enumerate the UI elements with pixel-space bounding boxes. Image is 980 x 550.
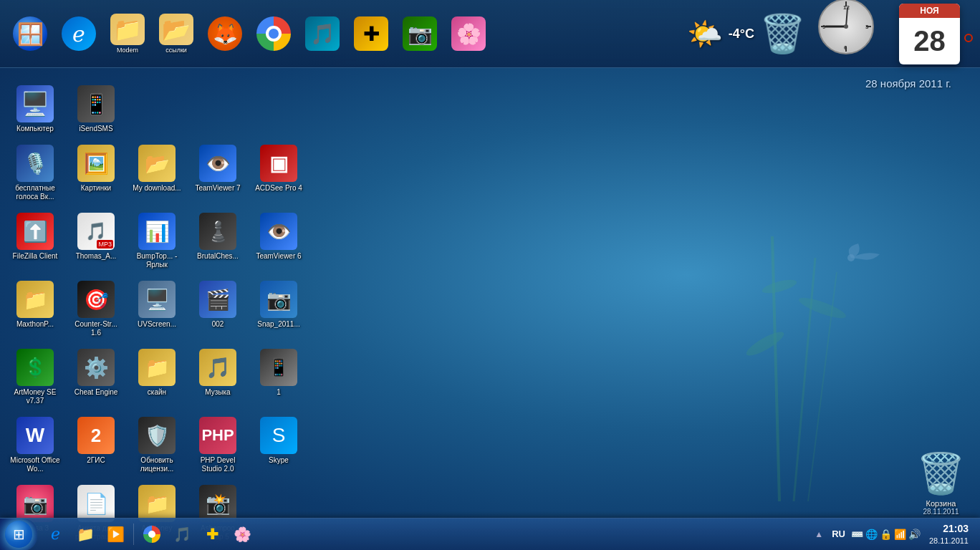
svg-line-1 [794, 258, 815, 501]
desktop-icon-music-folder[interactable]: 🎵 Музыка [190, 346, 246, 408]
weather-cloud-icon: 🌤️ [687, 17, 723, 51]
desktop-icon-brutalches[interactable]: ♟️ BrutalChes... [190, 210, 246, 272]
desktop-icon-msoffice[interactable]: W Microsoft Office Wo... [7, 414, 63, 476]
desktop-trash-label: Корзина [926, 499, 956, 508]
svg-text:6: 6 [844, 44, 847, 51]
taskbar-camera-icon[interactable]: 📷 [397, 11, 443, 57]
taskbar-chrome-icon[interactable] [251, 11, 297, 57]
tb-chrome-icon[interactable] [138, 521, 165, 548]
desktop-icon-002[interactable]: 🎬 002 [190, 278, 246, 340]
svg-point-18 [844, 24, 848, 29]
taskbar-firefox-icon[interactable]: 🦊 [202, 11, 248, 57]
trash-can-icon: 🗑️ [759, 12, 806, 56]
desktop-icon-isendsms[interactable]: 📱 iSendSMS [68, 82, 124, 136]
taskbar-language[interactable]: RU [829, 527, 848, 541]
desktop-trash[interactable]: 🗑️ Корзина 28.11.2011 [916, 450, 966, 516]
desktop-icon-teamviewer6[interactable]: 👁️ TeamViewer 6 [251, 210, 307, 272]
calendar-day: 28 [899, 18, 960, 64]
desktop-icon-php-devel[interactable]: PHP PHP Devel Studio 2.0 [190, 414, 246, 476]
desktop-icon-skain[interactable]: 📁 скайн [129, 346, 185, 408]
weather-temp: -4°C [729, 26, 754, 42]
desktop-icons-area: 🖥️ Компьютер 📱 iSendSMS 🎙️ бесплатные го… [0, 75, 315, 550]
svg-point-3 [744, 328, 787, 360]
taskbar-gameplus-icon[interactable]: ✚ [348, 11, 394, 57]
calendar-widget[interactable]: НОЯ 28 [899, 4, 960, 64]
taskbar-time: 21:03 [943, 522, 969, 536]
taskbar-keyboard-icon[interactable]: ⌨️ [851, 529, 863, 540]
notification-show-button[interactable]: ▲ [812, 529, 826, 539]
desktop-icon-uvscreen[interactable]: 🖥️ UVScreen... [129, 278, 185, 340]
desktop-icon-2gis[interactable]: 2 2ГИС [68, 414, 124, 476]
taskbar-right: ▲ RU ⌨️ 🌐 🔒 📶 🔊 21:03 28.11.2011 [812, 522, 980, 547]
desktop-icon-bumptop[interactable]: 📊 BumpTop... - Ярлык [129, 210, 185, 272]
svg-text:12: 12 [843, 4, 850, 11]
taskbar-ie-icon[interactable]: ℯ [56, 11, 102, 57]
desktop-icon-cheat-engine[interactable]: ⚙️ Cheat Engine [68, 346, 124, 408]
desktop-trash-icon: 🗑️ [916, 450, 966, 497]
desktop-icon-thomas-mp3[interactable]: 🎵 MP3 Thomas_A... [68, 210, 124, 272]
taskbar-links-icon[interactable]: 📂 ссылки [153, 11, 199, 57]
desktop-trash-date: 28.11.2011 [923, 508, 959, 516]
svg-point-5 [761, 277, 798, 296]
taskbar-flowers-icon[interactable]: 🌸 [446, 11, 491, 57]
date-label: 28 ноября 2011 г. [865, 77, 951, 90]
desktop-icon-free-voices[interactable]: 🎙️ бесплатные голоса Вк... [7, 142, 63, 204]
top-taskbar: 🪟 ℯ 📁 Modem 📂 ссылки 🦊 [0, 0, 980, 68]
svg-point-4 [797, 294, 847, 322]
desktop-icon-acdsee[interactable]: ▣ ACDSee Pro 4 [251, 142, 307, 204]
tb-gameplus-icon[interactable]: ✚ [198, 521, 226, 548]
top-trash-icon[interactable]: 🗑️ [757, 5, 807, 62]
bottom-taskbar: ⊞ ℯ 📁 ▶️ 🎵 ✚ 🌸 ▲ [0, 518, 980, 550]
desktop-icon-update-license[interactable]: 🛡️ Обновить лицензи... [129, 414, 185, 476]
taskbar-security-icon[interactable]: 🔒 [880, 529, 892, 540]
taskbar-volume-icon[interactable]: 🔊 [908, 529, 921, 540]
desktop-icon-artmoney-se[interactable]: 💲 ArtMoney SE v7.37 [7, 346, 63, 408]
tb-flowers-icon[interactable]: 🌸 [229, 521, 256, 548]
desktop-icon-maxthon[interactable]: 📁 MaxthonP... [7, 278, 63, 340]
desktop: 🪟 ℯ 📁 Modem 📂 ссылки 🦊 [0, 0, 980, 550]
desktop-icon-snap2011[interactable]: 📷 Snap_2011... [251, 278, 307, 340]
taskbar-music-icon[interactable]: 🎵 [299, 11, 345, 57]
taskbar-clock[interactable]: 21:03 28.11.2011 [923, 522, 974, 547]
taskbar-date: 28.11.2011 [929, 536, 969, 546]
desktop-icon-filezilla[interactable]: ⬆️ FileZilla Client [7, 210, 63, 272]
taskbar-signal-icon[interactable]: 📶 [894, 529, 906, 540]
taskbar-modem-label: Modem [117, 47, 138, 54]
desktop-icon-my-downloads[interactable]: 📂 My download... [129, 142, 185, 204]
taskbar-divider [133, 524, 134, 545]
svg-line-0 [772, 236, 779, 501]
start-button[interactable]: ⊞ [0, 518, 37, 551]
start-orb: ⊞ [5, 521, 32, 548]
tb-media-icon[interactable]: ▶️ [102, 521, 129, 548]
tb-ie-icon[interactable]: ℯ [42, 521, 69, 548]
calendar-month: НОЯ [899, 4, 960, 18]
desktop-icon-pictures[interactable]: 🖼️ Картинки [68, 142, 124, 204]
taskbar-network-icon[interactable]: 🌐 [865, 529, 878, 540]
svg-text:3: 3 [865, 24, 869, 30]
desktop-icon-skype[interactable]: S Skype [251, 414, 307, 476]
taskbar-links-label: ссылки [165, 47, 187, 54]
desktop-icon-one[interactable]: 📱 1 [251, 346, 307, 408]
desktop-decoration [722, 201, 923, 501]
desktop-icon-computer[interactable]: 🖥️ Компьютер [7, 82, 63, 136]
weather-widget: 🌤️ -4°C [687, 17, 754, 51]
taskbar-sys-icons: ⌨️ 🌐 🔒 📶 🔊 [851, 529, 921, 540]
svg-line-2 [808, 272, 837, 501]
tb-explorer-icon[interactable]: 📁 [72, 521, 99, 548]
svg-point-6 [847, 254, 855, 261]
tb-music-icon[interactable]: 🎵 [168, 521, 196, 548]
desktop-icon-teamviewer7[interactable]: 👁️ TeamViewer 7 [190, 142, 246, 204]
taskbar-windows-orb[interactable]: 🪟 [7, 11, 53, 57]
taskbar-modem-icon[interactable]: 📁 Modem [105, 11, 150, 57]
clock-widget: 12 3 6 9 [817, 0, 889, 69]
desktop-icon-counter-strike[interactable]: 🎯 Counter-Str... 1.6 [68, 278, 124, 340]
